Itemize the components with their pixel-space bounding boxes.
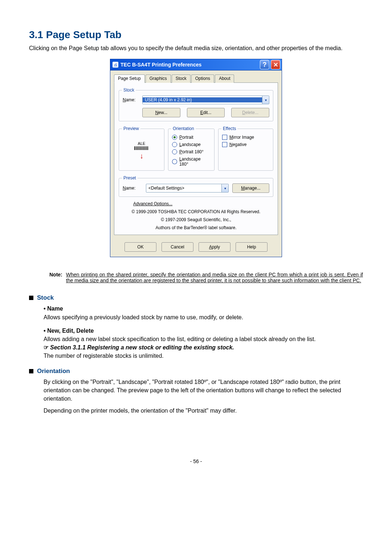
orientation-group: Orientation Portrait Landscape (168, 129, 215, 171)
arrow-down-icon: ↓ (140, 152, 143, 159)
radio-icon (172, 149, 177, 154)
check-label: Negative (229, 142, 246, 147)
radio-portrait-180[interactable]: Portrait 180° (172, 149, 211, 154)
note-label: Note: (49, 272, 62, 283)
effects-group: Effects Mirror Image Negative (218, 129, 273, 171)
edit-button[interactable]: Edit... (187, 108, 225, 117)
ok-button[interactable]: OK (124, 242, 156, 252)
section-orientation-heading: Orientation (29, 368, 363, 375)
item-body: Allows adding a new label stock specific… (44, 335, 363, 343)
item-body: Allows specifying a previously loaded st… (44, 313, 363, 321)
preview-group: Preview ALE ↓ (119, 129, 164, 171)
stock-name-dropdown[interactable]: USER (4.09 in x 2.92 in) ▾ (142, 96, 269, 104)
tab-graphics[interactable]: Graphics (146, 74, 171, 83)
radio-landscape-180[interactable]: Landscape 180° (172, 157, 211, 167)
help-button[interactable]: Help (236, 242, 268, 252)
note-text: When printing on the shared printer, spe… (66, 272, 363, 283)
preset-name-label: Name: (123, 186, 142, 191)
manage-button[interactable]: Manage... (232, 183, 269, 193)
preview-sample-text: ALE (138, 141, 146, 146)
barcode-icon (134, 146, 149, 150)
stock-group: Stock Name: USER (4.09 in x 2.92 in) ▾ N… (119, 90, 273, 121)
tab-about[interactable]: About (215, 74, 234, 83)
checkbox-icon (222, 142, 227, 147)
preview-legend: Preview (122, 126, 140, 131)
item-title: New, Edit, Delete (44, 327, 363, 335)
cross-reference: ☞Section 3.1.1 Registering a new stock o… (44, 343, 363, 352)
radio-icon (172, 159, 177, 164)
orientation-para-1: By clicking on the "Portrait", "Landscap… (29, 378, 363, 403)
close-icon[interactable]: ✕ (271, 60, 280, 69)
check-negative[interactable]: Negative (222, 142, 269, 147)
radio-icon (172, 142, 177, 147)
preset-dropdown[interactable]: <Default Settings> ▾ (146, 184, 229, 193)
delete-button[interactable]: Delete... (231, 108, 269, 117)
tab-strip: Page Setup Graphics Stock Options About (114, 74, 278, 83)
radio-label: Landscape (179, 142, 201, 147)
checkbox-icon (222, 135, 227, 140)
check-mirror[interactable]: Mirror Image (222, 135, 269, 140)
cancel-button[interactable]: Cancel (162, 242, 193, 252)
note-block: Note: When printing on the shared printe… (49, 272, 363, 283)
item-title: Name (44, 304, 363, 313)
tab-stock[interactable]: Stock (172, 74, 191, 83)
preset-group: Preset Name: <Default Settings> ▾ Manage… (119, 178, 273, 197)
stock-legend: Stock (122, 88, 136, 93)
dialog-title: TEC B-SA4T Printing Preferences (121, 62, 258, 68)
page-title: 3.1 Page Setup Tab (29, 29, 363, 41)
tab-page-setup[interactable]: Page Setup (114, 74, 145, 83)
chevron-down-icon[interactable]: ▾ (221, 184, 228, 192)
check-label: Mirror Image (229, 135, 254, 140)
chevron-down-icon[interactable]: ▾ (262, 96, 269, 104)
preview-canvas: ALE ↓ (127, 134, 156, 167)
apply-button[interactable]: Apply (199, 242, 230, 252)
copyright-line-2: © 1997-2009 Seagull Scientific, Inc., (119, 216, 273, 223)
radio-label: Portrait (179, 135, 193, 140)
app-icon: 🖨 (113, 62, 118, 68)
intro-text: Clicking on the Page Setup tab allows yo… (29, 44, 363, 52)
preset-legend: Preset (122, 175, 138, 181)
tab-options[interactable]: Options (191, 74, 214, 83)
item-body-2: The number of registerable stocks is unl… (44, 352, 363, 360)
printing-preferences-dialog: 🖨 TEC B-SA4T Printing Preferences ? ✕ Pa… (110, 59, 282, 257)
copyright-line-1: © 1999-2009 TOSHIBA TEC CORPORATION All … (119, 208, 273, 215)
stock-list: Name Allows specifying a previously load… (29, 304, 363, 360)
radio-icon (172, 135, 177, 140)
orientation-legend: Orientation (171, 126, 196, 131)
advanced-options-link[interactable]: Advanced Options... (133, 201, 172, 206)
copyright-line-3: Authors of the BarTender® label software… (119, 224, 273, 231)
radio-portrait[interactable]: Portrait (172, 135, 211, 140)
radio-landscape[interactable]: Landscape (172, 142, 211, 147)
radio-label: Landscape 180° (179, 157, 211, 167)
preset-value: <Default Settings> (146, 186, 221, 191)
stock-name-label: Name: (123, 97, 142, 102)
help-icon[interactable]: ? (260, 60, 269, 69)
page-number: - 56 - (29, 458, 363, 464)
section-stock-heading: Stock (29, 294, 363, 301)
titlebar: 🖨 TEC B-SA4T Printing Preferences ? ✕ (110, 59, 282, 70)
pointer-icon: ☞ (44, 344, 49, 351)
dialog-button-bar: OK Cancel Apply Help (110, 238, 282, 257)
radio-label: Portrait 180° (179, 149, 204, 154)
new-button[interactable]: New... (142, 108, 180, 117)
effects-legend: Effects (221, 126, 237, 131)
orientation-para-2: Depending on the printer models, the ori… (29, 406, 363, 415)
list-item: New, Edit, Delete Allows adding a new la… (44, 327, 363, 360)
stock-name-value: USER (4.09 in x 2.92 in) (143, 97, 262, 102)
list-item: Name Allows specifying a previously load… (44, 304, 363, 321)
